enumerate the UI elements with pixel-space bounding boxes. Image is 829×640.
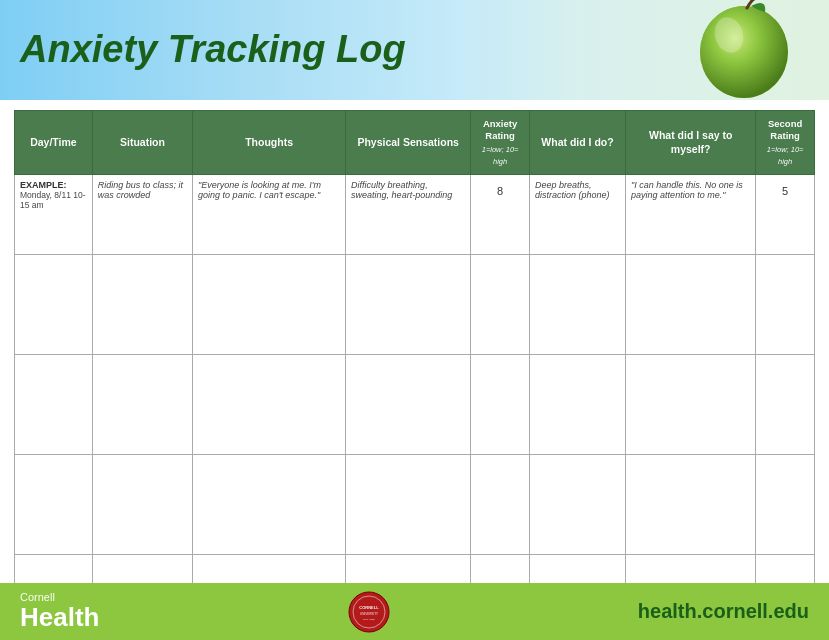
example-situation-cell: Riding bus to class; it was crowded: [92, 175, 192, 255]
row4-situation: [92, 455, 192, 555]
table-header-row: Day/Time Situation Thoughts Physical Sen…: [15, 111, 815, 175]
row4-anxiety: [471, 455, 530, 555]
row4-second: [756, 455, 815, 555]
col-header-whatdid: What did I do?: [529, 111, 625, 175]
row3-datetime: [15, 355, 93, 455]
row3-whatsaid: [626, 355, 756, 455]
svg-text:UNIVERSITY: UNIVERSITY: [360, 612, 378, 616]
col-header-anxiety: Anxiety Rating 1=low; 10= high: [471, 111, 530, 175]
example-physical-cell: Difficulty breathing, sweating, heart-po…: [346, 175, 471, 255]
col-header-situation: Situation: [92, 111, 192, 175]
footer-health-label: Health: [20, 603, 99, 632]
row3-whatdid: [529, 355, 625, 455]
svg-point-1: [700, 6, 788, 98]
header: Anxiety Tracking Log: [0, 0, 829, 100]
col-header-whatsaid: What did I say to myself?: [626, 111, 756, 175]
row3-physical: [346, 355, 471, 455]
row3-anxiety: [471, 355, 530, 455]
footer: Cornell Health CORNELL UNIVERSITY EST. 1…: [0, 583, 829, 640]
row4-whatsaid: [626, 455, 756, 555]
table-row: [15, 455, 815, 555]
table-row-example: EXAMPLE: Monday, 8/11 10-15 am Riding bu…: [15, 175, 815, 255]
main-content: Day/Time Situation Thoughts Physical Sen…: [0, 100, 829, 640]
row2-whatdid: [529, 255, 625, 355]
footer-center: CORNELL UNIVERSITY EST. 1865: [99, 591, 637, 633]
col-header-physical: Physical Sensations: [346, 111, 471, 175]
row3-thoughts: [193, 355, 346, 455]
row2-physical: [346, 255, 471, 355]
table-row: [15, 255, 815, 355]
tracking-table: Day/Time Situation Thoughts Physical Sen…: [14, 110, 815, 635]
cornell-seal-icon: CORNELL UNIVERSITY EST. 1865: [348, 591, 390, 633]
apple-image: [689, 0, 799, 100]
example-whatsaid-cell: "I can handle this. No one is paying att…: [626, 175, 756, 255]
svg-text:CORNELL: CORNELL: [359, 605, 379, 610]
col-header-datetime: Day/Time: [15, 111, 93, 175]
row4-thoughts: [193, 455, 346, 555]
row4-whatdid: [529, 455, 625, 555]
row2-whatsaid: [626, 255, 756, 355]
row2-datetime: [15, 255, 93, 355]
example-whatdid-cell: Deep breaths, distraction (phone): [529, 175, 625, 255]
example-second-cell: 5: [756, 175, 815, 255]
col-header-second: Second Rating 1=low; 10= high: [756, 111, 815, 175]
row3-second: [756, 355, 815, 455]
row3-situation: [92, 355, 192, 455]
row2-situation: [92, 255, 192, 355]
col-header-thoughts: Thoughts: [193, 111, 346, 175]
footer-branding: Cornell Health: [20, 591, 99, 632]
example-thoughts-cell: "Everyone is looking at me. I'm going to…: [193, 175, 346, 255]
example-anxiety-cell: 8: [471, 175, 530, 255]
example-datetime-cell: EXAMPLE: Monday, 8/11 10-15 am: [15, 175, 93, 255]
footer-website: health.cornell.edu: [638, 600, 809, 623]
svg-text:EST. 1865: EST. 1865: [363, 618, 375, 621]
row4-physical: [346, 455, 471, 555]
row2-anxiety: [471, 255, 530, 355]
row4-datetime: [15, 455, 93, 555]
row2-thoughts: [193, 255, 346, 355]
row2-second: [756, 255, 815, 355]
apple-icon: [689, 0, 799, 100]
table-row: [15, 355, 815, 455]
